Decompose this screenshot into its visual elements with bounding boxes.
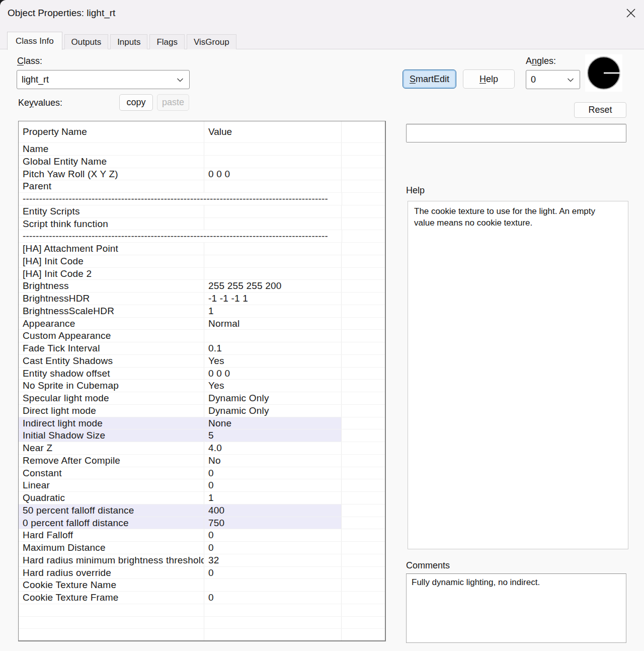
angles-dial-circle <box>587 56 620 90</box>
property-table[interactable]: Property Name Value NameGlobal Entity Na… <box>18 121 386 641</box>
property-name-cell: Global Entity Name <box>19 156 204 168</box>
property-value-cell: Yes <box>204 355 342 367</box>
angles-dial-pointer <box>604 73 620 74</box>
table-row[interactable]: Parent <box>19 180 385 192</box>
table-row[interactable] <box>19 616 385 629</box>
tab-inputs[interactable]: Inputs <box>110 34 147 49</box>
table-separator-row[interactable]: ----------------------------------------… <box>19 192 385 205</box>
property-name-cell: Cookie Texture Frame <box>19 592 204 604</box>
tab-outputs[interactable]: Outputs <box>64 34 109 49</box>
property-name-cell: [HA] Init Code <box>19 255 204 267</box>
property-value-cell: Dynamic Only <box>204 392 342 404</box>
table-row[interactable]: Near Z4.0 <box>19 442 385 454</box>
table-row[interactable]: BrightnessScaleHDR1 <box>19 305 385 317</box>
property-value-cell <box>204 156 342 168</box>
table-row[interactable]: Fade Tick Interval0.1 <box>19 342 385 354</box>
table-row[interactable]: Maximum Distance0 <box>19 541 385 554</box>
property-table-header: Property Name Value <box>19 121 385 142</box>
table-row[interactable] <box>19 628 385 641</box>
table-row[interactable]: [HA] Init Code 2 <box>19 267 385 280</box>
table-row[interactable]: Custom Appearance <box>19 329 385 342</box>
property-name-cell: Indirect light mode <box>19 417 204 429</box>
object-properties-dialog: Object Properties: light_rt Class Info O… <box>0 0 644 651</box>
property-value-cell: 0.1 <box>204 342 342 354</box>
table-row[interactable]: Hard radius override0 <box>19 566 385 579</box>
property-name-cell: BrightnessScaleHDR <box>19 305 204 317</box>
property-value-cell: 400 <box>204 504 342 517</box>
property-name-cell: Hard Falloff <box>19 529 204 541</box>
tab-bar: Class Info Outputs Inputs Flags VisGroup <box>7 31 236 49</box>
class-dropdown-value: light_rt <box>22 75 49 85</box>
angles-dial[interactable] <box>585 54 622 92</box>
table-row[interactable] <box>19 604 385 616</box>
table-row[interactable]: 50 percent falloff distance400 <box>19 504 385 517</box>
table-row[interactable]: Cookie Texture Name <box>19 578 385 591</box>
comments-section-title: Comments <box>406 560 450 571</box>
property-name-cell: Direct light mode <box>19 405 204 417</box>
table-row[interactable]: [HA] Init Code <box>19 255 385 267</box>
table-row[interactable]: Pitch Yaw Roll (X Y Z)0 0 0 <box>19 168 385 180</box>
property-name-cell: Fade Tick Interval <box>19 342 204 354</box>
property-value-cell: Yes <box>204 380 342 392</box>
table-row[interactable]: Global Entity Name <box>19 155 385 168</box>
property-name-cell: 50 percent falloff distance <box>19 504 204 517</box>
table-row[interactable]: Cast Entity ShadowsYes <box>19 354 385 367</box>
table-row[interactable]: Name <box>19 142 385 155</box>
tab-visgroup[interactable]: VisGroup <box>187 34 236 49</box>
property-name-cell: Initial Shadow Size <box>19 429 204 442</box>
property-name-cell: Appearance <box>19 318 204 330</box>
property-name-cell: Name <box>19 143 204 155</box>
table-row[interactable]: Constant0 <box>19 467 385 479</box>
table-row[interactable]: AppearanceNormal <box>19 317 385 330</box>
table-row[interactable]: Entity Scripts <box>19 205 385 218</box>
table-row[interactable]: Hard Falloff0 <box>19 529 385 541</box>
property-name-cell: No Sprite in Cubemap <box>19 380 204 392</box>
property-name-cell: Maximum Distance <box>19 542 204 554</box>
table-row[interactable]: Entity shadow offset0 0 0 <box>19 367 385 380</box>
property-name-cell: Cookie Texture Name <box>19 579 204 591</box>
reset-button[interactable]: Reset <box>574 102 626 118</box>
table-row[interactable]: No Sprite in CubemapYes <box>19 379 385 392</box>
help-button[interactable]: Help <box>463 69 515 89</box>
property-value-cell: 0 <box>204 467 342 479</box>
separator-cell: ----------------------------------------… <box>19 230 342 242</box>
table-row[interactable]: Script think function <box>19 218 385 230</box>
table-row[interactable]: Direct light modeDynamic Only <box>19 404 385 417</box>
angles-dropdown[interactable]: 0 <box>526 70 580 89</box>
table-row[interactable]: 0 percent falloff distance750 <box>19 517 385 529</box>
chevron-down-icon <box>177 75 184 85</box>
close-button[interactable] <box>623 6 638 21</box>
table-row[interactable]: Hard radius minimum brightness threshold… <box>19 554 385 566</box>
table-row[interactable]: Linear0 <box>19 479 385 491</box>
property-name-cell: Parent <box>19 180 204 192</box>
table-row[interactable]: BrightnessHDR-1 -1 -1 1 <box>19 292 385 305</box>
property-name-cell: [HA] Init Code 2 <box>19 268 204 280</box>
tab-flags[interactable]: Flags <box>149 34 185 49</box>
comments-textarea[interactable]: Fully dynamic lighting, no indirect. <box>406 573 626 643</box>
table-separator-row[interactable]: ----------------------------------------… <box>19 230 385 242</box>
smartedit-button[interactable]: SmartEdit <box>403 69 456 89</box>
table-row[interactable]: Quadratic1 <box>19 491 385 504</box>
paste-button[interactable]: paste <box>157 94 189 111</box>
property-name-cell: Hard radius override <box>19 567 204 579</box>
table-row[interactable]: Indirect light modeNone <box>19 417 385 429</box>
property-value-cell: 0 <box>204 479 342 491</box>
property-value-cell: 0 <box>204 592 342 604</box>
property-value-cell <box>204 205 342 218</box>
table-row[interactable]: Brightness255 255 255 200 <box>19 279 385 292</box>
property-value-cell <box>204 218 342 230</box>
property-name-cell: Specular light mode <box>19 392 204 404</box>
table-row[interactable]: Initial Shadow Size5 <box>19 429 385 442</box>
property-name-cell: Constant <box>19 467 204 479</box>
value-edit-input[interactable] <box>406 124 626 142</box>
table-row[interactable]: Specular light modeDynamic Only <box>19 392 385 404</box>
property-value-cell: 0 0 0 <box>204 368 342 380</box>
tab-class-info[interactable]: Class Info <box>7 32 62 50</box>
table-row[interactable]: [HA] Attachment Point <box>19 242 385 255</box>
property-value-cell: 255 255 255 200 <box>204 280 342 292</box>
table-row[interactable]: Remove After CompileNo <box>19 454 385 467</box>
title-bar: Object Properties: light_rt <box>0 0 644 28</box>
class-dropdown[interactable]: light_rt <box>17 70 190 89</box>
copy-button[interactable]: copy <box>119 94 153 111</box>
table-row[interactable]: Cookie Texture Frame0 <box>19 591 385 604</box>
